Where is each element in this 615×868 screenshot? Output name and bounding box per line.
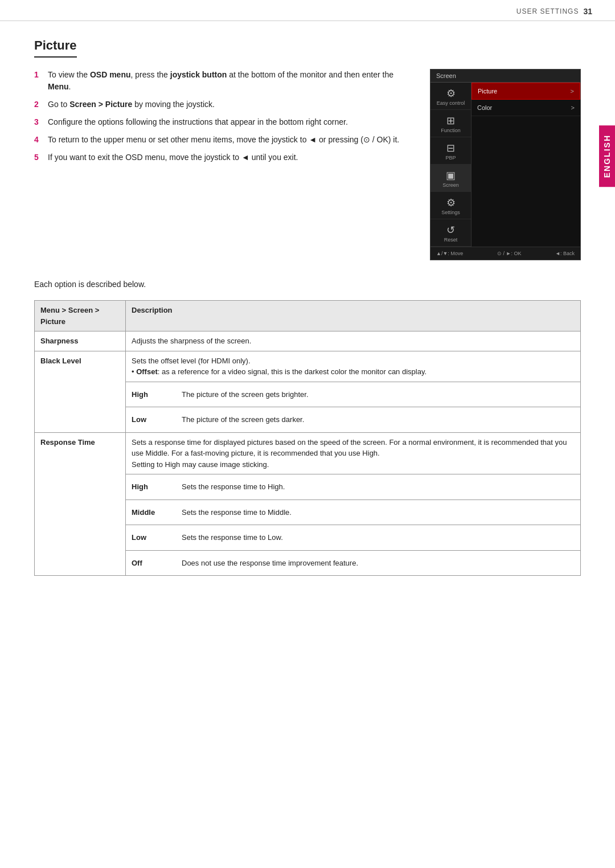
instruction-number: 1 [34,69,42,93]
instruction-number: 2 [34,99,42,110]
main-content: Picture 1To view the OSD menu, press the… [0,21,615,599]
osd-sidebar-item[interactable]: ⊟PBP [430,137,471,165]
description-cell: Sets the offset level (for HDMI only).• … [126,351,581,382]
osd-sidebar: ⚙Easy control⊞Function⊟PBP▣Screen⚙Settin… [430,83,472,247]
table-body: SharpnessAdjusts the sharpness of the sc… [35,331,581,576]
osd-footer-ok: ⊙ / ►: OK [497,251,521,256]
sub-desc: Sets the response time to Low. [177,529,575,546]
instruction-number: 5 [34,152,42,163]
osd-sidebar-item[interactable]: ⚙Settings [430,192,471,219]
osd-sidebar-icon: ⚙ [446,198,456,208]
osd-sidebar-item[interactable]: ⚙Easy control [430,83,471,110]
page-header: USER SETTINGS 31 [0,0,615,21]
nested-row: LowThe picture of the screen gets darker… [132,411,575,428]
sub-description-cell: LowThe picture of the screen gets darker… [126,407,581,433]
menu-cell: Black Level [35,351,126,432]
sub-label: Low [132,529,177,546]
instruction-text: To return to the upper menu or set other… [48,134,413,146]
osd-sidebar-item[interactable]: ⊞Function [430,110,471,137]
sub-label: Off [132,555,177,572]
osd-main: Picture>Color> [472,83,580,247]
osd-header: Screen [430,69,580,83]
menu-cell: Response Time [35,432,126,576]
osd-menu-arrow: > [571,88,574,95]
instruction-item: 2Go to Screen > Picture by moving the jo… [34,99,413,110]
description-cell: Sets a response time for displayed pictu… [126,432,581,474]
sub-label: High [132,386,177,403]
sub-desc: The picture of the screen gets brighter. [177,386,575,403]
nested-table: HighThe picture of the screen gets brigh… [132,386,575,403]
sub-description-cell: HighThe picture of the screen gets brigh… [126,382,581,407]
nested-table: OffDoes not use the response time improv… [132,555,575,572]
instruction-item: 5If you want to exit the OSD menu, move … [34,152,413,163]
instruction-item: 1To view the OSD menu, press the joystic… [34,69,413,93]
description-cell: Adjusts the sharpness of the screen. [126,331,581,351]
nested-table: LowThe picture of the screen gets darker… [132,411,575,428]
ordered-list: 1To view the OSD menu, press the joystic… [34,69,413,163]
osd-sidebar-label: Settings [441,210,460,215]
nested-row: OffDoes not use the response time improv… [132,555,575,572]
page-number: 31 [583,7,592,16]
osd-menu-arrow: > [571,104,575,111]
osd-sidebar-item[interactable]: ↺Reset [430,219,471,247]
sub-desc: Does not use the response time improveme… [177,555,575,572]
osd-menu-item[interactable]: Color> [472,100,580,116]
instruction-text: If you want to exit the OSD menu, move t… [48,152,413,163]
content-row: 1To view the OSD menu, press the joystic… [34,69,581,263]
nested-table: HighSets the response time to High. [132,478,575,496]
sub-label: Low [132,411,177,428]
osd-menu-label: Color [477,104,492,111]
osd-sidebar-label: Easy control [437,100,465,106]
instructions-list: 1To view the OSD menu, press the joystic… [34,69,413,263]
sub-label: High [132,478,177,496]
instruction-number: 3 [34,116,42,128]
col1-header: Menu > Screen > Picture [35,301,126,331]
osd-sidebar-icon: ⚙ [446,88,456,99]
osd-sidebar-icon: ↺ [446,225,455,235]
table-row: Black LevelSets the offset level (for HD… [35,351,581,382]
sub-description-cell: OffDoes not use the response time improv… [126,550,581,576]
osd-sidebar-icon: ⊟ [446,143,455,153]
description-text: Each option is described below. [34,280,581,289]
sub-description-cell: LowSets the response time to Low. [126,525,581,551]
table-row: SharpnessAdjusts the sharpness of the sc… [35,331,581,351]
nested-row: HighThe picture of the screen gets brigh… [132,386,575,403]
osd-container: Screen ⚙Easy control⊞Function⊟PBP▣Screen… [430,69,581,260]
nested-row: HighSets the response time to High. [132,478,575,496]
col2-header: Description [126,301,581,331]
sub-desc: The picture of the screen gets darker. [177,411,575,428]
osd-sidebar-item[interactable]: ▣Screen [430,165,471,192]
instruction-text: Configure the options following the inst… [48,116,413,128]
osd-menu-label: Picture [478,88,497,95]
header-title: USER SETTINGS [516,7,579,15]
osd-footer: ▲/▼: Move ⊙ / ►: OK ◄: Back [430,247,580,260]
instruction-item: 4To return to the upper menu or set othe… [34,134,413,146]
instruction-item: 3Configure the options following the ins… [34,116,413,128]
nested-row: MiddleSets the response time to Middle. [132,504,575,521]
nested-table: MiddleSets the response time to Middle. [132,504,575,521]
bullet-point: • Offset: as a reference for a video sig… [132,367,427,376]
osd-sidebar-label: Reset [444,237,458,243]
instruction-text: To view the OSD menu, press the joystick… [48,69,413,93]
instruction-text: Go to Screen > Picture by moving the joy… [48,99,413,110]
section-title: Picture [34,38,77,58]
osd-sidebar-label: Screen [442,182,459,188]
osd-sidebar-icon: ⊞ [446,116,455,126]
osd-sidebar-label: PBP [445,155,456,161]
sub-label: Middle [132,504,177,521]
sub-desc: Sets the response time to Middle. [177,504,575,521]
sub-description-cell: HighSets the response time to High. [126,474,581,500]
osd-menu-item[interactable]: Picture> [472,83,580,100]
nested-row: LowSets the response time to Low. [132,529,575,546]
osd-panel: Screen ⚙Easy control⊞Function⊟PBP▣Screen… [430,69,581,263]
osd-footer-back: ◄: Back [555,251,575,256]
sub-desc: Sets the response time to High. [177,478,575,496]
sub-description-cell: MiddleSets the response time to Middle. [126,499,581,525]
osd-sidebar-icon: ▣ [446,170,456,181]
osd-body: ⚙Easy control⊞Function⊟PBP▣Screen⚙Settin… [430,83,580,247]
osd-footer-move: ▲/▼: Move [436,251,463,256]
settings-table: Menu > Screen > Picture Description Shar… [34,300,581,576]
instruction-number: 4 [34,134,42,146]
menu-cell: Sharpness [35,331,126,351]
osd-sidebar-label: Function [441,128,461,133]
